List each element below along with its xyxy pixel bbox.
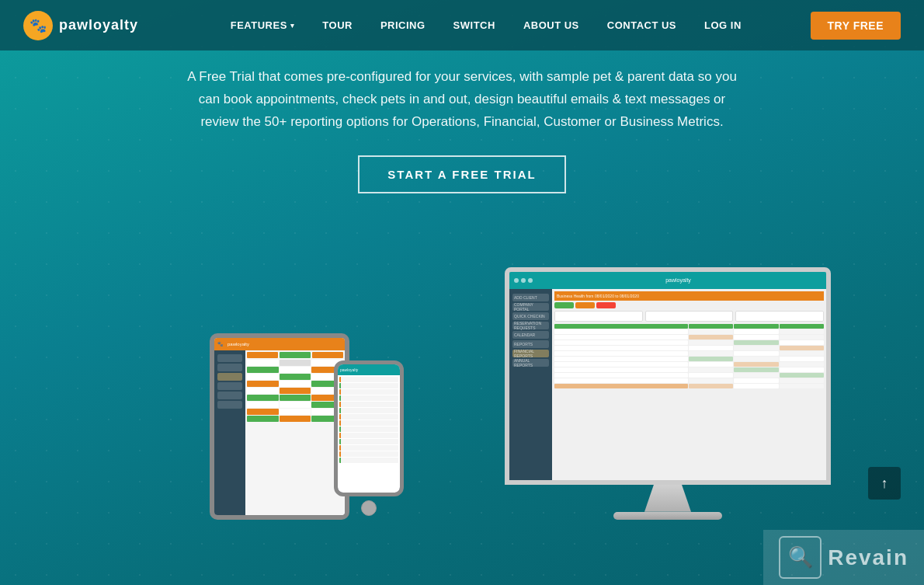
nav-contact-us[interactable]: CONTACT US <box>593 0 690 50</box>
nav-tour[interactable]: TOUR <box>308 0 366 50</box>
phone-list-item <box>339 433 398 438</box>
try-free-button[interactable]: TRY FREE <box>811 12 901 40</box>
revain-watermark: 🔍 Revain <box>763 530 924 585</box>
sidebar-item: QUICK CHECKIN <box>512 312 549 320</box>
tablet-device: 🐾 pawloyalty <box>210 333 349 520</box>
sidebar-item: RESERVATION REQUESTS <box>512 322 549 329</box>
logo-text: pawloyalty <box>59 17 138 33</box>
sidebar-item: REPORTS <box>512 340 549 348</box>
screen-header: pawloyalty <box>509 272 826 289</box>
monitor-device: pawloyalty ADD CLIENT COMPANY PORTAL QUI… <box>505 267 831 520</box>
phone-list-item <box>339 389 398 395</box>
phone-list <box>338 375 400 465</box>
tablet-data-row <box>247 409 343 415</box>
phone-list-item <box>339 377 398 382</box>
screen-main: Business Health from 08/01/2020 to 08/01… <box>552 289 826 480</box>
nav-features[interactable]: FEATURES ▾ <box>217 0 309 50</box>
table-btn-green[interactable] <box>554 302 574 308</box>
screen-dot <box>514 278 519 283</box>
tablet-data-row <box>247 360 343 366</box>
screen-sidebar: ADD CLIENT COMPANY PORTAL QUICK CHECKIN … <box>509 289 552 480</box>
main-content: A Free Trial that comes pre-configured f… <box>0 50 924 543</box>
tablet-data-row <box>247 374 343 380</box>
tablet-main <box>245 350 345 515</box>
revain-text: Revain <box>828 545 908 570</box>
tablet-sidebar-item <box>217 382 242 390</box>
phone-list-item <box>339 427 398 432</box>
stat-box <box>735 311 824 322</box>
screen-body: ADD CLIENT COMPANY PORTAL QUICK CHECKIN … <box>509 289 826 480</box>
phone-list-item <box>339 458 398 463</box>
nav-about-us[interactable]: ABOUT US <box>509 0 593 50</box>
sidebar-item: COMPANY PORTAL <box>512 303 549 311</box>
chevron-down-icon: ▾ <box>290 22 295 30</box>
tablet-data-row <box>247 367 343 373</box>
tablet-sidebar <box>214 350 245 515</box>
phone-list-item <box>339 420 398 426</box>
table-header: Business Health from 08/01/2020 to 08/01… <box>554 291 824 301</box>
stat-box <box>645 311 734 322</box>
monitor-screen: pawloyalty ADD CLIENT COMPANY PORTAL QUI… <box>505 267 831 485</box>
table-btn-red[interactable] <box>596 302 616 308</box>
tablet-data-row <box>247 395 343 401</box>
tablet-screen: 🐾 pawloyalty <box>210 333 349 520</box>
phone-home-button <box>361 500 377 516</box>
phone-list-item <box>339 383 398 388</box>
tablet-sidebar-item <box>217 401 242 409</box>
sidebar-item: ADD CLIENT <box>512 294 549 301</box>
monitor-stand <box>644 485 691 512</box>
tablet-sidebar-item <box>217 354 242 362</box>
table-controls <box>554 302 824 308</box>
table-btn-orange[interactable] <box>575 302 595 308</box>
revain-icon: 🔍 <box>779 536 822 579</box>
phone-list-item <box>339 414 398 420</box>
screen-dot <box>528 278 533 283</box>
phone-list-item <box>339 395 398 401</box>
sidebar-item: CALENDAR <box>512 331 549 339</box>
tablet-data-row <box>247 388 343 394</box>
data-table <box>554 324 824 388</box>
tablet-sidebar-item <box>217 392 242 399</box>
tablet-header: 🐾 pawloyalty <box>214 338 345 350</box>
phone-header: pawloyalty <box>338 364 400 375</box>
phone-list-item <box>339 408 398 413</box>
nav-switch[interactable]: SWITCH <box>439 0 509 50</box>
tablet-sidebar-item <box>217 364 242 371</box>
tablet-sidebar-item <box>217 373 242 381</box>
tablet-body <box>214 350 345 515</box>
phone-list-item <box>339 439 398 444</box>
phone-device: pawloyalty <box>334 360 404 520</box>
logo[interactable]: 🐾 pawloyalty <box>23 11 138 40</box>
sidebar-item: ANNUAL REPORTS <box>512 359 549 367</box>
tablet-data-row <box>247 416 343 422</box>
scroll-top-button[interactable]: ↑ <box>868 467 901 500</box>
navbar: 🐾 pawloyalty FEATURES ▾ TOUR PRICING SWI… <box>0 0 924 50</box>
nav-links: FEATURES ▾ TOUR PRICING SWITCH ABOUT US … <box>169 0 803 50</box>
monitor-base <box>613 512 722 520</box>
screen-dot <box>521 278 526 283</box>
devices-container: 🐾 pawloyalty <box>0 217 924 543</box>
tablet-data-row <box>247 381 343 387</box>
nav-log-in[interactable]: LOG IN <box>690 0 756 50</box>
phone-list-item <box>339 451 398 457</box>
stats-row <box>554 311 824 322</box>
tablet-data-row <box>247 402 343 408</box>
tablet-header-text: 🐾 <box>217 341 223 346</box>
phone-list-item <box>339 402 398 407</box>
logo-icon: 🐾 <box>23 11 53 40</box>
hero-description: A Free Trial that comes pre-configured f… <box>167 66 757 134</box>
sidebar-item: FINANCIAL REPORTS <box>512 350 549 357</box>
start-trial-button[interactable]: START A FREE TRIAL <box>358 155 565 193</box>
phone-list-item <box>339 445 398 451</box>
stat-box <box>554 311 643 322</box>
phone-screen: pawloyalty <box>334 360 404 496</box>
nav-pricing[interactable]: PRICING <box>366 0 439 50</box>
